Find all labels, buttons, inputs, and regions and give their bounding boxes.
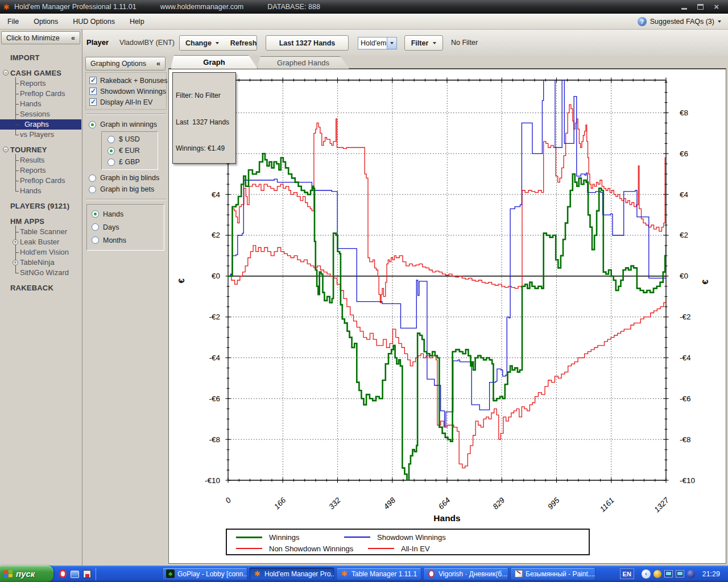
- tab-graphed-hands[interactable]: Graphed Hands: [257, 56, 349, 69]
- sidebar-item-leak-buster[interactable]: +Leak Buster: [20, 237, 81, 247]
- y-axis-title-left: €: [176, 278, 186, 283]
- change-refresh-group: Change Refresh: [179, 35, 257, 51]
- sidebar-section-label: TOURNEY: [10, 146, 47, 154]
- svg-text:€8: €8: [680, 109, 688, 117]
- svg-text:€0: €0: [212, 272, 220, 280]
- suggested-faqs-button[interactable]: ? Suggested FAQs (3): [638, 17, 728, 26]
- minimize-window-button[interactable]: [681, 4, 687, 10]
- graph-in-big-bets-radio[interactable]: Graph in big bets: [85, 184, 167, 195]
- task-label: Hold'em Manager Pro...: [264, 570, 334, 578]
- graphing-options-header[interactable]: Graphing Options «: [85, 57, 166, 70]
- sidebar-item-reports[interactable]: Reports: [20, 165, 81, 176]
- expander-minus-icon[interactable]: −: [3, 147, 9, 152]
- svg-text:-€8: -€8: [209, 435, 220, 444]
- title-bar: ✱ Hold'em Manager Professional 1.11.01 w…: [0, 0, 728, 14]
- expander-plus-icon[interactable]: +: [13, 239, 18, 245]
- svg-text:-€8: -€8: [680, 435, 691, 444]
- checkbox-display-all-in-ev[interactable]: Display All-In EV: [87, 97, 165, 107]
- start-button[interactable]: пуск: [0, 566, 53, 582]
- sidebar-item-table-scanner[interactable]: Table Scanner: [20, 227, 81, 237]
- disk-icon[interactable]: [83, 570, 91, 578]
- sidebar-item-graphs[interactable]: Graphs: [0, 119, 81, 130]
- sidebar-item-label: Reports: [20, 166, 46, 174]
- minimize-label: Click to Minimize: [6, 34, 60, 42]
- sidebar-item-preflop-cards[interactable]: Preflop Cards: [20, 89, 81, 99]
- opera-icon[interactable]: [59, 569, 67, 578]
- legend-swatch-showdown-winnings: [344, 537, 370, 538]
- app-icon: ✱: [3, 3, 10, 11]
- show-desktop-icon[interactable]: [71, 571, 79, 578]
- dropdown-button[interactable]: [387, 38, 396, 49]
- last-hands-button[interactable]: Last 1327 Hands: [266, 35, 349, 51]
- sphere-icon[interactable]: [687, 570, 695, 578]
- menu-hud-options[interactable]: HUD Options: [65, 18, 122, 26]
- checkbox-label: Showdown Winnings: [100, 88, 166, 95]
- expander-minus-icon[interactable]: −: [3, 70, 9, 76]
- checkbox-icon: [89, 77, 97, 84]
- restore-window-button[interactable]: [697, 4, 704, 10]
- graph-summary-tooltip: Filter: No Filter Last 1327 Hands Winnin…: [172, 72, 236, 164]
- sidebar-item-sessions[interactable]: Sessions: [20, 109, 81, 119]
- menu-help[interactable]: Help: [122, 18, 152, 26]
- graph-in-winnings-label: Graph in winnings: [100, 120, 157, 128]
- period-radio-hands[interactable]: Hands: [88, 207, 163, 221]
- filter-button[interactable]: Filter: [404, 35, 443, 51]
- sidebar-item-sitngo-wizard[interactable]: SitNGo Wizard: [20, 268, 81, 278]
- game-type-select[interactable]: Hold'em: [358, 37, 397, 49]
- radio-icon: [89, 186, 96, 193]
- sidebar-item-preflop-cards[interactable]: Preflop Cards: [20, 176, 81, 186]
- sidebar-item-label: SitNGo Wizard: [20, 268, 69, 277]
- sidebar-item-hands[interactable]: Hands: [20, 99, 81, 109]
- sidebar-section-tourney[interactable]: −TOURNEY: [0, 144, 81, 155]
- sidebar-item-label: Reports: [20, 79, 46, 88]
- graph-in-big-blinds-radio[interactable]: Graph in big blinds: [85, 172, 167, 184]
- sidebar-item-label: Table Scanner: [20, 227, 67, 236]
- gold-icon[interactable]: [653, 570, 661, 578]
- sidebar-subtree: Table Scanner+Leak BusterHold'em Vision+…: [15, 227, 81, 278]
- tab-graph[interactable]: Graph: [171, 55, 258, 69]
- sidebar-item-tableninja[interactable]: +TableNinja: [20, 257, 81, 268]
- checkbox-rakeback-bonuses[interactable]: Rakeback + Bonuses: [87, 75, 165, 86]
- currency-radio-usd[interactable]: $ USD: [104, 134, 156, 145]
- graphing-options-panel: Graphing Options « Rakeback + BonusesSho…: [85, 57, 167, 251]
- legend-item-all-in-ev: All-In EV: [365, 543, 473, 554]
- taskbar-task-hold-em-manager-pro[interactable]: ✱Hold'em Manager Pro...: [249, 567, 334, 580]
- menu-file[interactable]: File: [0, 18, 26, 26]
- sidebar-item-hold-em-vision[interactable]: Hold'em Vision: [20, 247, 81, 257]
- sidebar-item-hands[interactable]: Hands: [20, 186, 81, 196]
- menu-options[interactable]: Options: [26, 18, 65, 26]
- taskbar-task-vigorish[interactable]: Vigorish · Дневник(б...: [423, 567, 508, 580]
- refresh-button[interactable]: Refresh: [225, 36, 263, 50]
- taskbar-task-table-manager-1-11-1[interactable]: ✱Table Manager 1.11.1: [336, 567, 421, 580]
- network-icon[interactable]: [664, 570, 673, 577]
- sidebar-minimize-button[interactable]: Click to Minimize «: [1, 31, 80, 44]
- menu-bar: File Options HUD Options Help ? Suggeste…: [0, 14, 728, 30]
- change-player-button[interactable]: Change: [180, 36, 225, 50]
- currency-radio-gbp[interactable]: £ GBP: [104, 156, 156, 168]
- period-radio-group: HandsDaysMonths: [86, 204, 164, 251]
- sidebar-section-label: IMPORT: [10, 53, 40, 62]
- network-icon[interactable]: [676, 570, 684, 577]
- close-window-button[interactable]: ×: [714, 4, 719, 10]
- taskbar-separator: [96, 568, 96, 580]
- taskbar-task-paint[interactable]: Безымянный - Paint....: [510, 567, 595, 580]
- checkbox-showdown-winnings[interactable]: Showdown Winnings: [87, 86, 165, 97]
- language-indicator[interactable]: EN: [620, 568, 634, 579]
- period-radio-months[interactable]: Months: [88, 234, 163, 247]
- period-radio-days[interactable]: Days: [88, 221, 163, 234]
- hm-star-icon: ✱: [253, 569, 262, 578]
- hide-icons-arrow[interactable]: ‹: [642, 569, 651, 579]
- legend-label: Showdown Winnings: [377, 533, 446, 542]
- currency-radio-eur[interactable]: € EUR: [104, 145, 156, 156]
- sidebar-item-label: Leak Buster: [20, 238, 59, 246]
- sidebar-item-results[interactable]: Results: [20, 155, 81, 165]
- sidebar-item-vs-players[interactable]: vs Players: [20, 130, 81, 140]
- graph-in-big-blinds-label: Graph in big blinds: [100, 174, 159, 182]
- sidebar-section-cash-games[interactable]: −CASH GAMES: [0, 68, 81, 78]
- expander-plus-icon[interactable]: +: [13, 260, 18, 265]
- sidebar-item-reports[interactable]: Reports: [20, 78, 81, 89]
- svg-text:€6: €6: [680, 149, 688, 158]
- graph-in-winnings-radio[interactable]: Graph in winnings: [85, 119, 167, 130]
- svg-text:-€6: -€6: [209, 394, 220, 403]
- taskbar-task-goplay-lobby-conn[interactable]: ♣GoPlay - Lobby [conn...: [162, 567, 247, 580]
